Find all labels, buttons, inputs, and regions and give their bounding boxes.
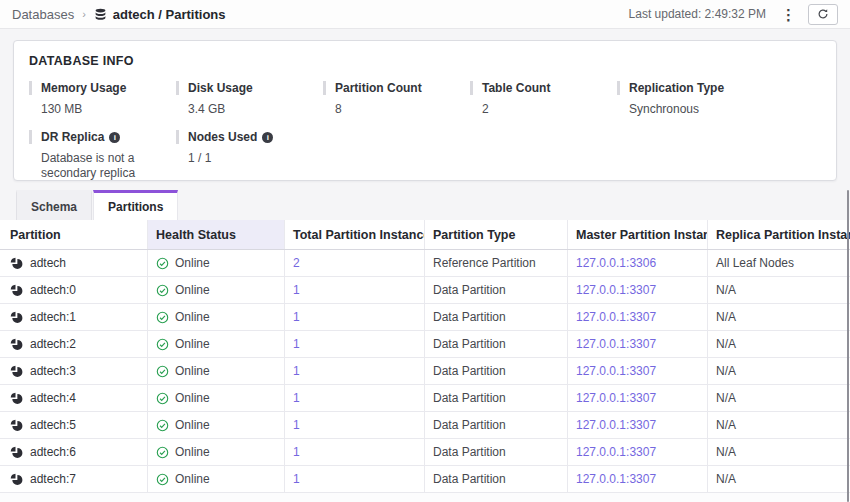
instances-cell: 1	[285, 304, 425, 330]
replica-instance-label: N/A	[716, 472, 736, 486]
table-row: adtech Online 2 Reference Partition 127.…	[0, 250, 850, 277]
metric-label: Nodes Used	[188, 130, 257, 144]
health-online-icon	[156, 311, 169, 324]
instances-cell: 1	[285, 466, 425, 492]
table-row: adtech:2 Online 1 Data Partition 127.0.0…	[0, 331, 850, 358]
instances-count-link[interactable]: 1	[293, 337, 300, 351]
metric-label: Memory Usage	[41, 81, 126, 95]
table-row: adtech:1 Online 1 Data Partition 127.0.0…	[0, 304, 850, 331]
instances-cell: 1	[285, 331, 425, 357]
table-body: adtech Online 2 Reference Partition 127.…	[0, 250, 850, 493]
master-instance-link[interactable]: 127.0.0.1:3307	[576, 310, 656, 324]
partitions-table: PartitionHealth StatusTotal Partition In…	[0, 220, 850, 502]
health-online-icon	[156, 473, 169, 486]
kebab-menu-icon[interactable]: ⋮	[781, 7, 793, 22]
instances-count-link[interactable]: 1	[293, 391, 300, 405]
health-online-icon	[156, 257, 169, 270]
instances-count-link[interactable]: 1	[293, 310, 300, 324]
instances-cell: 1	[285, 277, 425, 303]
column-header: Partition Type	[425, 220, 568, 249]
pie-chart-icon	[10, 392, 23, 405]
health-status-cell: Online	[148, 250, 285, 276]
replica-instance-cell: N/A	[708, 277, 850, 303]
instances-count-link[interactable]: 1	[293, 445, 300, 459]
master-instance-cell: 127.0.0.1:3307	[568, 412, 708, 438]
breadcrumb: Databases › adtech / Partitions	[12, 7, 226, 22]
master-instance-cell: 127.0.0.1:3307	[568, 466, 708, 492]
replica-instance-label: N/A	[716, 283, 736, 297]
master-instance-link[interactable]: 127.0.0.1:3307	[576, 283, 656, 297]
info-icon[interactable]: i	[109, 132, 120, 143]
health-status-label: Online	[175, 391, 210, 405]
column-header: Master Partition Instance ...	[568, 220, 708, 249]
instances-count-link[interactable]: 1	[293, 364, 300, 378]
replica-instance-cell: N/A	[708, 385, 850, 411]
instances-count-link[interactable]: 1	[293, 418, 300, 432]
instances-cell: 1	[285, 439, 425, 465]
master-instance-link[interactable]: 127.0.0.1:3306	[576, 256, 656, 270]
partition-type-label: Reference Partition	[433, 256, 536, 270]
health-online-icon	[156, 365, 169, 378]
tab-schema[interactable]: Schema	[16, 190, 92, 220]
metric-value: 2	[470, 102, 622, 117]
replica-instance-label: N/A	[716, 391, 736, 405]
master-instance-link[interactable]: 127.0.0.1:3307	[576, 418, 656, 432]
pie-chart-icon	[10, 257, 23, 270]
health-status-cell: Online	[148, 466, 285, 492]
partition-type-cell: Data Partition	[425, 277, 568, 303]
health-status-label: Online	[175, 418, 210, 432]
master-instance-link[interactable]: 127.0.0.1:3307	[576, 472, 656, 486]
partition-name: adtech:5	[30, 418, 76, 432]
instances-count-link[interactable]: 1	[293, 283, 300, 297]
metric-value: Synchronous	[617, 102, 769, 117]
partition-type-cell: Data Partition	[425, 358, 568, 384]
health-status-label: Online	[175, 256, 210, 270]
master-instance-cell: 127.0.0.1:3307	[568, 331, 708, 357]
metric: Memory Usage i 130 MB	[29, 81, 176, 117]
instances-cell: 1	[285, 412, 425, 438]
partition-type-label: Data Partition	[433, 472, 506, 486]
replica-instance-label: N/A	[716, 364, 736, 378]
table-row: adtech:6 Online 1 Data Partition 127.0.0…	[0, 439, 850, 466]
metric-label: Disk Usage	[188, 81, 253, 95]
master-instance-link[interactable]: 127.0.0.1:3307	[576, 337, 656, 351]
instances-count-link[interactable]: 2	[293, 256, 300, 270]
replica-instance-cell: N/A	[708, 439, 850, 465]
master-instance-link[interactable]: 127.0.0.1:3307	[576, 364, 656, 378]
metric-label: Table Count	[482, 81, 550, 95]
metric: DR Replica i Database is not a secondary…	[29, 130, 176, 181]
metric: Nodes Used i 1 / 1	[176, 130, 323, 181]
instances-count-link[interactable]: 1	[293, 472, 300, 486]
metric: Disk Usage i 3.4 GB	[176, 81, 323, 117]
master-instance-link[interactable]: 127.0.0.1:3307	[576, 445, 656, 459]
refresh-button[interactable]	[808, 4, 838, 25]
partition-cell: adtech:0	[0, 277, 148, 303]
overview-section: DATABASE INFO Memory Usage i 130 MB Disk…	[0, 29, 850, 220]
partition-type-label: Data Partition	[433, 310, 506, 324]
health-status-cell: Online	[148, 304, 285, 330]
pie-chart-icon	[10, 446, 23, 459]
info-icon[interactable]: i	[262, 132, 273, 143]
master-instance-cell: 127.0.0.1:3307	[568, 277, 708, 303]
page-title: adtech / Partitions	[94, 7, 226, 22]
pie-chart-icon	[10, 338, 23, 351]
refresh-icon	[817, 8, 829, 20]
health-status-cell: Online	[148, 277, 285, 303]
master-instance-cell: 127.0.0.1:3307	[568, 385, 708, 411]
vertical-scrollbar[interactable]	[847, 190, 849, 502]
health-status-label: Online	[175, 337, 210, 351]
health-status-label: Online	[175, 283, 210, 297]
tab-bar: SchemaPartitions	[13, 190, 837, 220]
master-instance-link[interactable]: 127.0.0.1:3307	[576, 391, 656, 405]
metric-value: Database is not a secondary replica	[29, 151, 181, 181]
tab-partitions[interactable]: Partitions	[93, 190, 178, 220]
pie-chart-icon	[10, 284, 23, 297]
health-status-label: Online	[175, 364, 210, 378]
partition-name: adtech	[30, 256, 66, 270]
partition-type-cell: Data Partition	[425, 304, 568, 330]
replica-instance-cell: N/A	[708, 412, 850, 438]
partition-cell: adtech:1	[0, 304, 148, 330]
metric-value: 130 MB	[29, 102, 181, 117]
column-header: Health Status	[148, 220, 285, 249]
breadcrumb-databases-link[interactable]: Databases	[12, 7, 74, 22]
